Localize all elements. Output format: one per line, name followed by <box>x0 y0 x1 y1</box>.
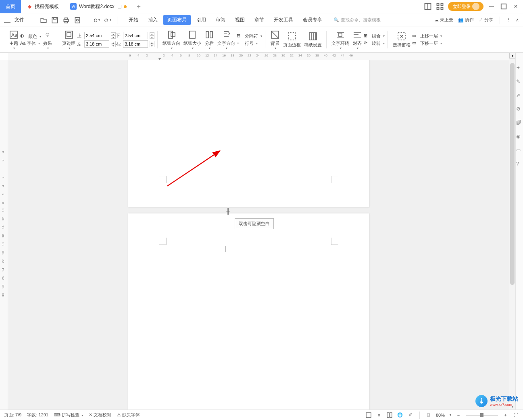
effect-button[interactable]: ◎效果▾ <box>41 29 54 51</box>
tab-home[interactable]: 首页 <box>0 0 21 13</box>
page[interactable] <box>128 60 369 207</box>
menu-tab-3[interactable]: 引用 <box>192 15 210 25</box>
group-button[interactable]: ⊞组合▾ <box>364 33 385 40</box>
view-read-icon[interactable]: ✐ <box>407 412 414 418</box>
apps-grid-icon[interactable] <box>436 2 444 10</box>
tab-templates[interactable]: ◆ 找稻壳模板 <box>21 0 65 13</box>
undo-icon[interactable]: ▾ <box>93 17 100 24</box>
help-icon[interactable]: ? <box>516 161 523 167</box>
bring-forward-button[interactable]: ▭上移一层▾ <box>412 33 442 40</box>
login-button[interactable]: 立即登录 <box>448 2 483 11</box>
writing-paper-button[interactable]: 稿纸设置 <box>302 29 323 51</box>
line-number-button[interactable]: ≡行号▾ <box>237 40 262 47</box>
settings-slider-icon[interactable]: ⚙ <box>516 106 523 113</box>
margin-right-input[interactable] <box>123 40 148 48</box>
menu-tab-0[interactable]: 开始 <box>125 15 142 25</box>
page-count[interactable]: 页面: 7/9 <box>4 412 21 418</box>
zoom-value[interactable]: 80% <box>436 413 445 418</box>
redo-icon[interactable]: ▾ <box>104 17 111 24</box>
text-wrap-icon <box>335 30 345 40</box>
send-backward-button[interactable]: ▭下移一层▾ <box>412 40 442 47</box>
collab-button[interactable]: 👥 协作 <box>458 17 474 23</box>
margin-left-input[interactable] <box>84 40 109 48</box>
share-button[interactable]: ↗ 分享 <box>479 17 493 23</box>
ruler-corner-box[interactable]: ▾ <box>509 53 515 59</box>
pen-icon[interactable]: ✎ <box>516 79 523 85</box>
svg-rect-3 <box>441 4 443 6</box>
word-count[interactable]: 字数: 1291 <box>27 412 48 418</box>
cloud-status[interactable]: ☁ 未上云 <box>434 17 453 23</box>
location-icon[interactable]: ◉ <box>516 134 523 140</box>
add-tab-button[interactable]: ＋ <box>132 2 146 11</box>
fullscreen-icon[interactable]: ⛶ <box>513 412 519 418</box>
zoom-slider[interactable] <box>466 415 498 416</box>
page[interactable] <box>128 213 369 410</box>
zoom-in-icon[interactable]: ＋ <box>502 412 508 418</box>
zoom-out-icon[interactable]: − <box>455 412 462 418</box>
spin-up-icon[interactable]: ▴ <box>111 32 116 36</box>
background-button[interactable]: 背景▾ <box>269 29 281 51</box>
page-margin-button[interactable]: 页边距▾ <box>60 29 77 51</box>
select-icon[interactable]: ⬀ <box>516 92 523 99</box>
watermark-logo-icon: ⇣ <box>475 395 488 407</box>
menu-hamburger-icon[interactable] <box>4 18 10 23</box>
menu-tab-5[interactable]: 视图 <box>231 15 249 25</box>
open-icon[interactable] <box>40 17 47 24</box>
tab-document[interactable]: W Word教程2.docx <box>65 0 132 13</box>
save-icon[interactable] <box>51 17 58 24</box>
view-web-icon[interactable]: 🌐 <box>397 412 403 418</box>
convert-icon[interactable]: 🗐 <box>516 120 523 126</box>
view-outline-icon[interactable]: ≡ <box>376 412 382 418</box>
print-icon[interactable] <box>63 17 70 24</box>
view-layout-icon[interactable] <box>386 412 393 418</box>
selection-pane-button[interactable]: 选择窗格 <box>391 29 412 51</box>
orientation-button[interactable]: 纸张方向▾ <box>161 29 182 51</box>
menu-tab-8[interactable]: 会员专享 <box>299 15 326 25</box>
breaks-button[interactable]: ⊟分隔符▾ <box>237 33 262 40</box>
margin-top-input[interactable] <box>84 32 109 39</box>
scrollbar-thumb[interactable] <box>510 63 515 285</box>
rotate-button[interactable]: ⟳旋转▾ <box>364 40 385 47</box>
ruler-indent-marker[interactable] <box>158 58 161 60</box>
menu-tab-4[interactable]: 审阅 <box>212 15 229 25</box>
sidebar-toggle-icon[interactable] <box>424 2 432 10</box>
page-gap-cursor-icon[interactable]: ╫ <box>226 208 230 214</box>
command-search[interactable]: 🔍 查找命令、搜索模板 <box>333 17 381 23</box>
smart-tool-icon[interactable]: ✦ <box>516 65 523 71</box>
menu-tab-2[interactable]: 页面布局 <box>163 15 191 25</box>
maximize-button[interactable] <box>500 2 508 10</box>
document-editor[interactable]: ╫ 双击可隐藏空白 <box>8 60 509 410</box>
text-wrap-button[interactable]: 文字环绕▾ <box>330 29 351 51</box>
missing-font[interactable]: ⚠ 缺失字体 <box>117 412 140 418</box>
columns-button[interactable]: 分栏▾ <box>203 29 216 51</box>
menu-tab-7[interactable]: 开发工具 <box>270 15 297 25</box>
read-icon[interactable]: ▭ <box>516 147 523 154</box>
horizontal-ruler[interactable]: 6422468101214161820222426283032343638404… <box>8 53 509 60</box>
text-direction-button[interactable]: 文字方向▾ <box>216 29 237 51</box>
menu-more-icon[interactable]: ⋮ <box>506 17 511 23</box>
theme-icon: Aa <box>9 30 19 40</box>
close-button[interactable]: ✕ <box>512 2 520 10</box>
doc-proof[interactable]: ✕ 文档校对 <box>89 412 111 418</box>
menu-tab-6[interactable]: 章节 <box>250 15 268 25</box>
margin-bottom-input[interactable] <box>123 32 148 39</box>
vertical-scrollbar[interactable]: ▴ ▾ <box>509 53 515 410</box>
view-page-icon[interactable] <box>365 412 372 418</box>
print-preview-icon[interactable] <box>74 17 81 24</box>
ribbon: Aa主题▾ ◐颜色▾ Aa 字体▾ ◎效果▾ 页边距▾ 上:▴▾ 左:▴▾ 下:… <box>0 27 523 53</box>
menu-expand-icon[interactable]: ∧ <box>516 17 519 23</box>
page-border-button[interactable]: 页面边框 <box>281 29 302 51</box>
spin-down-icon[interactable]: ▾ <box>111 36 116 39</box>
align-button[interactable]: 对齐▾ <box>351 29 364 51</box>
spell-check[interactable]: ⌨ 拼写检查 ▾ <box>54 412 83 418</box>
theme-font-button[interactable]: Aa 字体▾ <box>20 40 41 46</box>
svg-rect-16 <box>67 33 71 37</box>
file-menu[interactable]: 文件 <box>15 17 24 23</box>
theme-button[interactable]: Aa主题▾ <box>7 29 20 51</box>
menu-tab-1[interactable]: 插入 <box>144 15 162 25</box>
vertical-ruler[interactable]: 4224681012141618202224262830 <box>0 60 8 410</box>
theme-color-button[interactable]: ◐颜色▾ <box>20 33 41 40</box>
paper-size-button[interactable]: 纸张大小▾ <box>182 29 203 51</box>
zoom-fit-icon[interactable]: ⊡ <box>425 412 432 418</box>
minimize-button[interactable]: — <box>488 2 496 10</box>
